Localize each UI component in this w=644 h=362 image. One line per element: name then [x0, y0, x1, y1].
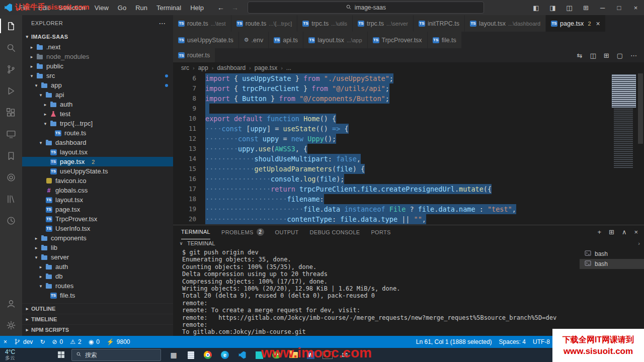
tree-folder-components[interactable]: ▸components	[22, 233, 173, 243]
tree-file-favicon.ico[interactable]: favicon.ico	[22, 176, 173, 186]
encoding[interactable]: UTF-8	[529, 336, 553, 348]
warnings[interactable]: ⚠2	[66, 336, 85, 348]
tree-folder-db[interactable]: ▸db	[22, 272, 173, 281]
minimize-icon[interactable]: ─	[594, 0, 611, 15]
test-explorer-icon[interactable]	[0, 166, 22, 188]
notepad-icon[interactable]	[185, 349, 196, 361]
chevron-right-icon[interactable]: ›	[638, 240, 644, 246]
editor-tab-trpc.ts[interactable]: TStrpc.ts...\server	[353, 15, 414, 32]
tree-folder-node_modules[interactable]: ▸node_modules	[22, 52, 173, 61]
tree-file-page.tsx[interactable]: TSpage.tsx2	[22, 157, 173, 166]
chrome-icon[interactable]	[202, 349, 213, 361]
cursor-position[interactable]: Ln 61, Col 1 (1888 selected)	[413, 336, 496, 348]
extensions-icon[interactable]	[0, 102, 22, 123]
tree-folder-.next[interactable]: ▸.next	[22, 42, 173, 52]
minimap[interactable]	[612, 73, 637, 225]
back-icon[interactable]: ←	[217, 4, 224, 12]
vscode-icon[interactable]	[236, 349, 248, 361]
references-icon[interactable]	[0, 188, 22, 210]
taskbar-search[interactable]: 搜索	[71, 349, 161, 361]
panel-tab-terminal[interactable]: TERMINAL	[181, 225, 210, 239]
git-branch[interactable]: dev	[11, 336, 36, 348]
start-button[interactable]	[51, 348, 71, 362]
menu-terminal[interactable]: Terminal	[152, 0, 186, 15]
split-editor-icon[interactable]: ◫	[590, 52, 596, 59]
toggle-grid-icon[interactable]: ⊞	[604, 52, 609, 59]
terminal-output[interactable]: $ git push origin devEnumerating objects…	[173, 248, 580, 336]
terminal-section-header[interactable]: ∨ TERMINAL ›	[173, 239, 644, 248]
close-icon[interactable]: ×	[596, 20, 600, 28]
section-timeline[interactable]: ▸TIMELINE	[22, 314, 173, 324]
close-panel-icon[interactable]: ×	[634, 228, 638, 236]
panel-tab-problems[interactable]: PROBLEMS2	[221, 225, 264, 239]
toggle-panel-icon[interactable]: ◨	[544, 0, 561, 15]
tree-folder-dashboard[interactable]: ▾dashboard	[22, 138, 173, 147]
tree-folder-auth[interactable]: ▸auth	[22, 100, 173, 109]
editor-tab-router.ts[interactable]: TSrouter.ts	[173, 48, 215, 62]
forward-icon[interactable]: →	[231, 4, 238, 12]
breadcrumb-item-page.tsx[interactable]: page.tsx	[255, 64, 277, 71]
explorer-more-actions-icon[interactable]: ⋯	[159, 19, 166, 27]
menu-view[interactable]: View	[90, 0, 113, 15]
customize-layout-icon[interactable]: ⊞	[578, 0, 594, 15]
maximize-icon[interactable]: □	[611, 0, 627, 15]
search-icon[interactable]	[0, 37, 22, 58]
maximize-panel-icon[interactable]: ∧	[622, 228, 627, 236]
section-outline[interactable]: ▸OUTLINE	[22, 303, 173, 314]
terminal-session-bash[interactable]: bash	[580, 259, 644, 269]
indentation[interactable]: Spaces: 4	[496, 336, 529, 348]
menu-help[interactable]: Help	[186, 0, 208, 15]
breadcrumb-item-app[interactable]: app	[198, 64, 208, 71]
tree-file-layout.tsx[interactable]: TSlayout.tsx	[22, 195, 173, 205]
editor-tab-trpc.ts[interactable]: TStrpc.ts...\utils	[297, 15, 353, 32]
menu-run[interactable]: Run	[131, 0, 152, 15]
port[interactable]: ⚡9800	[103, 336, 134, 348]
editor-tab-file.ts[interactable]: TSfile.ts	[428, 32, 462, 48]
source-control-icon[interactable]	[0, 58, 22, 80]
tree-folder-public[interactable]: ▸public	[22, 61, 173, 71]
panel-tab-output[interactable]: OUTPUT	[275, 225, 299, 239]
editor-tab-TrpcProver.tsx[interactable]: TSTrpcProver.tsx	[368, 32, 428, 48]
menu-go[interactable]: Go	[113, 0, 131, 15]
tree-folder-api[interactable]: ▾api	[22, 90, 173, 100]
remote-indicator[interactable]: ×	[0, 336, 11, 348]
editor-tab-route.ts[interactable]: TSroute.ts...\[...trpc]	[231, 15, 298, 32]
scrollbar-thumb[interactable]	[638, 73, 643, 144]
tree-file-TrpcProver.tsx[interactable]: TSTrpcProver.tsx	[22, 214, 173, 224]
tree-folder-test[interactable]: ▸test	[22, 109, 173, 119]
close-icon[interactable]: ×	[627, 0, 644, 15]
command-center[interactable]: image-saas	[248, 2, 484, 14]
panel-tab-ports[interactable]: PORTS	[371, 225, 390, 239]
section-npm-scripts[interactable]: ▸NPM SCRIPTS	[22, 324, 173, 335]
tree-file-globals.css[interactable]: #globals.css	[22, 186, 173, 195]
more-actions-icon[interactable]: ⋯	[630, 52, 637, 59]
account-icon[interactable]	[0, 293, 22, 314]
editor-tab-layout.tsx[interactable]: TSlayout.tsx...\dashboard	[465, 15, 546, 32]
new-terminal-icon[interactable]: +	[597, 228, 601, 236]
tree-file-page.tsx[interactable]: TSpage.tsx	[22, 205, 173, 214]
split-terminal-icon[interactable]: ⊞	[609, 228, 614, 236]
tree-folder-app[interactable]: ▾app	[22, 80, 173, 90]
minimap-viewport[interactable]	[612, 74, 636, 108]
breadcrumb-item-src[interactable]: src	[181, 64, 189, 71]
errors[interactable]: ⊘0	[48, 336, 66, 348]
bookmarks-icon[interactable]	[0, 145, 22, 166]
history-icon[interactable]	[0, 210, 22, 231]
breadcrumb-item-...[interactable]: ...	[286, 64, 291, 71]
compare-changes-icon[interactable]: ⇆	[577, 52, 583, 59]
explorer-icon[interactable]	[0, 15, 22, 37]
tree-folder-src[interactable]: ▾src	[22, 71, 173, 80]
tree-file-layout.tsx[interactable]: TSlayout.tsx	[22, 147, 173, 157]
run-and-debug-icon[interactable]	[0, 80, 22, 102]
code-editor[interactable]: 6import { useUppyState } from "./useUppy…	[173, 73, 644, 225]
task-view-icon[interactable]: ▦	[168, 349, 179, 361]
tree-file-file.ts[interactable]: TSfile.ts	[22, 291, 173, 300]
editor-tab-useUppyState.ts[interactable]: TSuseUppyState.ts	[173, 32, 239, 48]
editor-tab-api.ts[interactable]: TSapi.ts	[269, 32, 303, 48]
panel-tab-debug-console[interactable]: DEBUG CONSOLE	[310, 225, 360, 239]
editor-tab-layout.tsx[interactable]: TSlayout.tsx...\app	[303, 32, 367, 48]
status-count[interactable]: ◉0	[85, 336, 103, 348]
tree-folder-auth[interactable]: ▸auth	[22, 262, 173, 272]
sync-changes[interactable]: ↻	[36, 336, 48, 348]
tree-file-useUppyState.ts[interactable]: TSuseUppyState.ts	[22, 166, 173, 176]
